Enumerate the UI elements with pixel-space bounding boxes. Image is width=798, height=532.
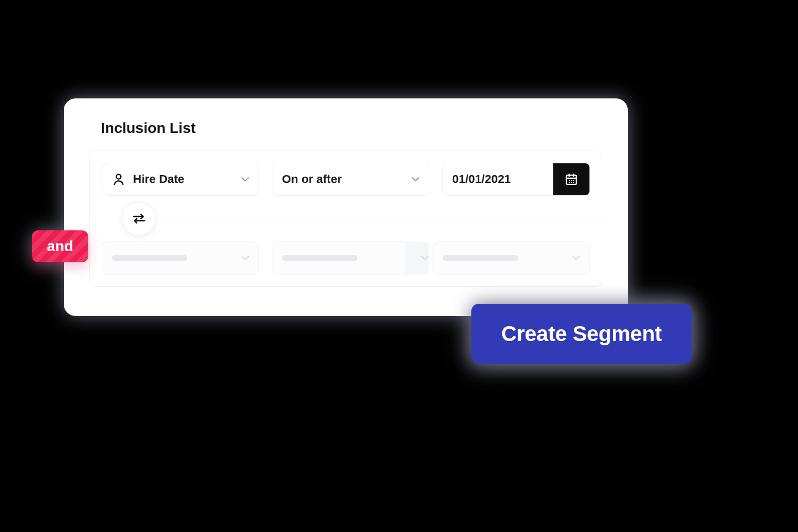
field-select[interactable]: Hire Date: [102, 163, 259, 196]
caret-down-icon: [242, 255, 249, 261]
caret-down-icon: [421, 255, 429, 261]
placeholder-bar: [282, 255, 358, 261]
create-segment-label: Create Segment: [501, 322, 662, 345]
divider: [160, 219, 602, 219]
swap-connector-button[interactable]: [122, 202, 156, 236]
swap-horizontal-icon: [131, 212, 147, 225]
inclusion-list-card: Inclusion List Hire Date: [64, 98, 628, 316]
card-title: Inclusion List: [101, 120, 602, 137]
rule-row-1: Hire Date On or after 01/01/2021: [102, 163, 590, 196]
user-icon: [112, 172, 126, 186]
create-segment-button[interactable]: Create Segment: [471, 304, 692, 364]
caret-down-icon: [412, 177, 419, 182]
operator-select-label: On or after: [282, 172, 342, 186]
calendar-button[interactable]: [553, 163, 589, 195]
field-select-empty[interactable]: [102, 242, 259, 275]
field-select-label: Hire Date: [133, 172, 185, 186]
svg-point-2: [569, 180, 570, 181]
svg-point-5: [569, 182, 570, 183]
svg-point-0: [117, 174, 121, 179]
value-select-empty[interactable]: [433, 242, 590, 275]
svg-point-6: [571, 182, 572, 183]
placeholder-bar: [443, 255, 518, 261]
svg-point-7: [573, 182, 574, 183]
and-connector-label: and: [47, 238, 73, 255]
rule-block: Hire Date On or after 01/01/2021: [89, 151, 602, 287]
calendar-icon: [564, 172, 578, 186]
caret-down-icon: [572, 255, 580, 261]
operator-select-empty[interactable]: [272, 242, 420, 275]
svg-point-4: [573, 180, 574, 181]
rule-row-2: [102, 242, 590, 275]
svg-rect-1: [567, 175, 576, 184]
date-input[interactable]: 01/01/2021: [442, 163, 590, 196]
caret-down-icon: [242, 177, 249, 182]
svg-point-3: [571, 180, 572, 181]
placeholder-bar: [112, 255, 187, 261]
operator-select[interactable]: On or after: [272, 163, 429, 196]
caret-container: [405, 242, 429, 274]
date-value: 01/01/2021: [452, 172, 511, 186]
connector-row: [102, 198, 590, 239]
and-connector-badge[interactable]: and: [32, 230, 88, 262]
